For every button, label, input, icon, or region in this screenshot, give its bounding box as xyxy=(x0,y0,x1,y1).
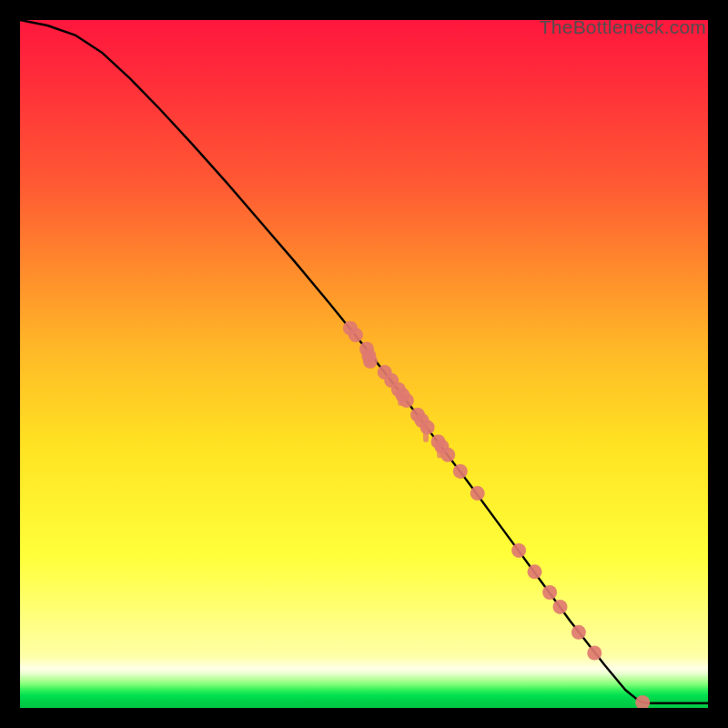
data-point xyxy=(399,393,414,408)
data-point xyxy=(453,464,468,479)
data-point xyxy=(635,695,650,708)
data-point xyxy=(440,448,455,462)
data-point xyxy=(528,564,542,579)
data-point xyxy=(587,646,602,661)
data-point xyxy=(542,585,557,600)
data-point xyxy=(553,600,568,614)
data-point xyxy=(511,543,526,558)
data-point xyxy=(420,420,435,435)
data-point xyxy=(470,486,485,500)
points-layer xyxy=(343,321,650,708)
data-point xyxy=(349,328,363,342)
plot-frame: TheBottleneck.com xyxy=(20,20,708,708)
chart-svg xyxy=(20,20,708,708)
data-point xyxy=(571,625,586,640)
data-point xyxy=(363,354,378,369)
